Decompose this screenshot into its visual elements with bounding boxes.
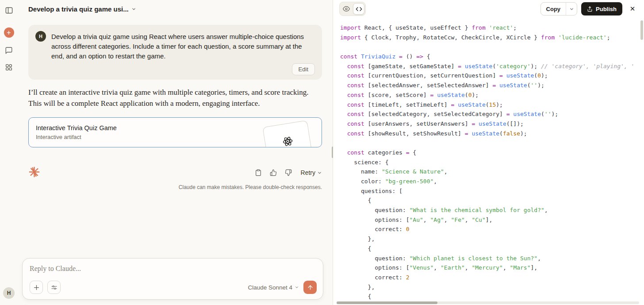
conversation-title: Develop a trivia quiz game usi... [28, 5, 129, 13]
message-list: H Develop a trivia quiz game using React… [18, 18, 333, 258]
chevron-down-icon [131, 7, 136, 12]
attach-button[interactable] [30, 281, 43, 294]
sidebar-toggle-button[interactable] [3, 4, 15, 16]
chevron-down-icon [317, 170, 322, 175]
user-message: H Develop a trivia quiz game using React… [28, 25, 322, 80]
model-selector[interactable]: Claude Sonnet 4 [248, 284, 299, 291]
reply-input[interactable] [30, 265, 317, 273]
code-line: const [showResult, setShowResult] = useS… [340, 129, 640, 139]
code-line: }, [340, 234, 640, 244]
artifact-card-info: Interactive Trivia Quiz Game Interactive… [36, 124, 117, 140]
code-line: const [score, setScore] = useState(0); [340, 90, 640, 100]
code-line: color: "bg-green-500", [340, 177, 640, 186]
code-line: const [gameState, setGameState] = useSta… [340, 62, 640, 71]
new-chat-button[interactable]: + [4, 27, 14, 38]
artifact-toolbar: Copy Publish ✕ [333, 0, 644, 18]
thumbs-down-icon [285, 169, 292, 176]
vertical-scrollbar[interactable] [640, 20, 643, 300]
code-line: }, [340, 282, 640, 292]
chevron-down-icon [569, 7, 574, 12]
code-icon [356, 6, 362, 12]
sliders-icon [51, 284, 58, 291]
vertical-scrollbar-thumb[interactable] [640, 20, 643, 40]
code-editor[interactable]: import React, { useState, useEffect } fr… [333, 18, 644, 305]
retry-button[interactable]: Retry [301, 169, 322, 176]
chat-bubble-icon [5, 46, 13, 54]
user-avatar[interactable]: H [3, 287, 15, 299]
copy-split-button: Copy [540, 2, 578, 15]
code-line: options: ["Au", "Ag", "Fe", "Cu"], [340, 215, 640, 225]
code-line: const [currentQuestion, setCurrentQuesti… [340, 71, 640, 81]
atom-icon [281, 134, 295, 147]
code-line: const categories = { [340, 148, 640, 158]
retry-label: Retry [301, 169, 315, 176]
close-artifact-button[interactable]: ✕ [626, 3, 639, 15]
app: + H Develop a trivia quiz game usi... H … [0, 0, 644, 305]
apps-button[interactable] [3, 62, 15, 73]
close-icon: ✕ [630, 5, 636, 13]
apps-grid-icon [5, 63, 13, 71]
thumbs-up-icon [270, 169, 277, 176]
preview-toggle-button[interactable] [341, 3, 352, 15]
horizontal-scrollbar-thumb[interactable] [337, 301, 437, 304]
chat-header: Develop a trivia quiz game usi... [18, 0, 333, 18]
code-line: correct: 0 [340, 224, 640, 234]
code-line: question: "Which planet is closest to th… [340, 254, 640, 263]
eye-icon [343, 5, 350, 12]
response-actions: Retry [253, 167, 322, 178]
code-line: science: { [340, 158, 640, 167]
claude-logo [28, 166, 40, 180]
code-line: import { Clock, Trophy, RotateCcw, Check… [340, 33, 640, 42]
clipboard-icon [255, 169, 262, 176]
view-toggle [339, 2, 366, 16]
plus-icon: + [7, 29, 11, 36]
code-line [340, 138, 640, 148]
copy-response-button[interactable] [253, 167, 264, 178]
thumbs-up-button[interactable] [268, 167, 279, 178]
code-line: const [selectedCategory, setSelectedCate… [340, 109, 640, 119]
code-line: correct: 2 [340, 273, 640, 282]
code-line: name: "Science & Nature", [340, 167, 640, 177]
edit-button[interactable]: Edit [292, 63, 315, 75]
model-label: Claude Sonnet 4 [248, 284, 292, 291]
send-button[interactable] [303, 281, 317, 294]
user-message-avatar: H [35, 31, 46, 42]
horizontal-scrollbar[interactable] [337, 301, 639, 304]
copy-code-button[interactable]: Copy [541, 3, 566, 15]
tools-button[interactable] [47, 281, 61, 294]
assistant-response-text: I’ll create an interactive trivia quiz g… [28, 87, 322, 109]
code-line: { [340, 196, 640, 205]
chat-panel: Develop a trivia quiz game usi... H Deve… [18, 0, 333, 305]
publish-button[interactable]: Publish [581, 2, 622, 15]
artifact-card-title: Interactive Trivia Quiz Game [36, 124, 117, 131]
code-line: const [userAnswers, setUserAnswers] = us… [340, 119, 640, 129]
publish-label: Publish [596, 6, 617, 12]
publish-icon [587, 6, 593, 12]
chats-button[interactable] [3, 45, 15, 56]
response-footer: Retry [28, 166, 322, 180]
code-line: { [340, 292, 640, 301]
code-line: const [timeLeft, setTimeLeft] = useState… [340, 100, 640, 110]
composer: Claude Sonnet 4 [22, 258, 323, 300]
code-line: options: ["Venus", "Earth", "Mercury", "… [340, 263, 640, 273]
artifact-card-preview [262, 120, 312, 147]
code-line: const TriviaQuiz = () => { [340, 52, 640, 62]
artifact-card[interactable]: Interactive Trivia Quiz Game Interactive… [28, 117, 322, 147]
code-line: import React, { useState, useEffect } fr… [340, 23, 640, 33]
code-line [340, 42, 640, 52]
code-toggle-button[interactable] [353, 3, 364, 15]
user-message-text: Develop a trivia quiz game using React w… [51, 31, 315, 62]
conversation-title-button[interactable]: Develop a trivia quiz game usi... [28, 5, 136, 13]
thumbs-down-button[interactable] [283, 167, 294, 178]
code-line: const [selectedAnswer, setSelectedAnswer… [340, 81, 640, 90]
copy-options-button[interactable] [566, 3, 577, 15]
artifact-card-subtitle: Interactive artifact [36, 134, 117, 140]
code-line: questions: [ [340, 186, 640, 196]
arrow-up-icon [307, 284, 314, 291]
code-line: question: "What is the chemical symbol f… [340, 205, 640, 215]
artifact-panel: Copy Publish ✕ import React, { useState,… [333, 0, 644, 305]
disclaimer-text: Claude can make mistakes. Please double-… [28, 184, 322, 190]
artifact-toolbar-right: Copy Publish ✕ [540, 2, 639, 15]
code-line: { [340, 244, 640, 254]
plus-icon [33, 284, 40, 291]
